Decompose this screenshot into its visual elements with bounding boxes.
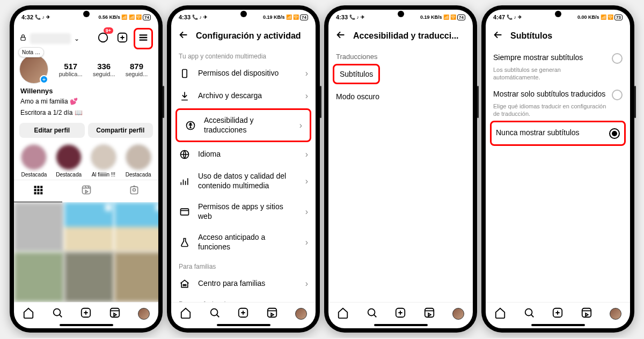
- tab-tagged[interactable]: [110, 180, 158, 202]
- back-icon[interactable]: [492, 29, 504, 43]
- bottom-nav: [171, 302, 316, 323]
- nav-profile-icon[interactable]: [452, 308, 464, 320]
- nav-search-icon[interactable]: [523, 307, 535, 321]
- svg-rect-13: [131, 187, 138, 194]
- highlight-item[interactable]: Destacada: [122, 144, 154, 178]
- nav-create-icon[interactable]: [237, 307, 249, 321]
- chevron-right-icon: ›: [305, 238, 308, 247]
- page-title: Accesibilidad y traducci...: [353, 31, 466, 41]
- nav-home-icon[interactable]: [23, 307, 34, 321]
- svg-rect-22: [181, 209, 189, 215]
- highlight-item[interactable]: Destacada: [53, 144, 85, 178]
- option-never-show[interactable]: Nunca mostrar subtítulos: [492, 122, 624, 144]
- apps-icon: [179, 207, 191, 217]
- post-thumbnail[interactable]: [64, 252, 114, 302]
- nav-search-icon[interactable]: [209, 307, 221, 321]
- create-icon[interactable]: [114, 30, 130, 48]
- chevron-right-icon: ›: [299, 121, 302, 130]
- svg-point-1: [99, 33, 108, 42]
- row-language[interactable]: Idioma›: [171, 143, 316, 166]
- section-label: Tu app y contenido multimedia: [171, 47, 316, 62]
- accessibility-icon: [185, 120, 196, 131]
- radio-selected-icon[interactable]: [609, 128, 620, 139]
- row-apps-websites[interactable]: Permisos de apps y sitios web›: [171, 196, 316, 227]
- device-icon: [179, 68, 191, 79]
- option-translated-only[interactable]: Mostrar solo subtítulos traducidos Elige…: [486, 84, 630, 120]
- section-label: Para profesionales: [171, 295, 316, 302]
- note-bubble[interactable]: Nota …: [18, 47, 44, 57]
- status-time: 4:32: [21, 14, 33, 20]
- svg-rect-6: [34, 189, 36, 191]
- nav-create-icon[interactable]: [394, 307, 406, 321]
- edit-profile-button[interactable]: Editar perfil: [19, 123, 85, 138]
- row-device-permissions[interactable]: Permisos del dispositivo›: [171, 62, 316, 85]
- nav-profile-icon[interactable]: [138, 308, 150, 320]
- svg-point-15: [53, 309, 60, 316]
- display-name: Willennys: [14, 86, 158, 96]
- download-icon: [179, 91, 191, 101]
- nav-profile-icon[interactable]: [295, 308, 307, 320]
- post-thumbnail[interactable]: [114, 252, 158, 302]
- nav-search-icon[interactable]: [366, 307, 378, 321]
- row-early-access[interactable]: Acceso anticipado a funciones›: [171, 227, 316, 257]
- tab-reels[interactable]: [62, 180, 111, 202]
- highlight-item[interactable]: Al fiiiiiin !!!: [88, 144, 120, 178]
- notification-badge: 9+: [104, 27, 113, 34]
- nav-reels-icon[interactable]: [109, 307, 121, 321]
- post-thumbnail[interactable]: [14, 252, 64, 302]
- nav-profile-icon[interactable]: [610, 308, 621, 320]
- tab-grid[interactable]: [14, 180, 62, 202]
- post-thumbnail[interactable]: [114, 202, 158, 252]
- svg-rect-8: [40, 189, 42, 191]
- profile-avatar[interactable]: Nota … +: [19, 55, 50, 84]
- svg-rect-4: [37, 186, 39, 188]
- back-icon[interactable]: [335, 29, 347, 43]
- nav-create-icon[interactable]: [80, 307, 92, 321]
- highlight-item[interactable]: Destacada: [18, 144, 50, 178]
- username-dropdown[interactable]: [30, 33, 71, 44]
- row-subtitles[interactable]: Subtítulos: [334, 65, 378, 83]
- option-always-show[interactable]: Siempre mostrar subtítulos Los subtítulo…: [486, 47, 630, 84]
- page-title: Subtítulos: [510, 31, 624, 41]
- row-archive-download[interactable]: Archivo y descarga›: [171, 85, 316, 107]
- stat-following[interactable]: 879 seguid...: [126, 62, 148, 77]
- nav-create-icon[interactable]: [552, 307, 564, 321]
- bottom-nav: [486, 302, 630, 323]
- row-data-usage[interactable]: Uso de datos y calidad del contenido mul…: [171, 166, 316, 196]
- camera-cutout: [398, 11, 404, 17]
- row-dark-mode[interactable]: Modo oscuro: [328, 85, 473, 108]
- stat-posts[interactable]: 517 publica...: [59, 62, 83, 77]
- svg-rect-9: [34, 192, 36, 194]
- svg-point-30: [368, 309, 375, 316]
- threads-icon[interactable]: 9+: [95, 30, 111, 48]
- family-icon: [179, 278, 191, 289]
- camera-cutout: [555, 11, 561, 17]
- svg-rect-0: [21, 37, 25, 40]
- add-story-icon[interactable]: +: [40, 75, 48, 84]
- phone-accessibility: 4:33📞 ♪ ✈ 0.19 KB/s📶 🛜74 Accesibilidad y…: [324, 5, 477, 333]
- nav-home-icon[interactable]: [337, 307, 349, 321]
- nav-reels-icon[interactable]: [266, 307, 278, 321]
- chevron-right-icon: ›: [305, 150, 308, 159]
- nav-home-icon[interactable]: [180, 307, 192, 321]
- bottom-nav: [14, 302, 158, 323]
- svg-point-33: [525, 309, 532, 316]
- post-thumbnail[interactable]: [64, 202, 114, 252]
- row-family-center[interactable]: Centro para familias›: [171, 272, 316, 295]
- share-profile-button[interactable]: Compartir perfil: [88, 123, 153, 138]
- nav-reels-icon[interactable]: [423, 307, 435, 321]
- highlights-row[interactable]: Destacada Destacada Al fiiiiiin !!! Dest…: [14, 142, 158, 180]
- back-icon[interactable]: [178, 29, 189, 43]
- hamburger-menu-icon[interactable]: [134, 28, 153, 49]
- page-title: Configuración y actividad: [196, 31, 309, 41]
- radio-icon[interactable]: [612, 53, 623, 64]
- camera-cutout: [83, 11, 90, 17]
- stat-followers[interactable]: 336 seguid...: [93, 62, 115, 77]
- nav-home-icon[interactable]: [494, 307, 506, 321]
- nav-reels-icon[interactable]: [581, 307, 592, 321]
- radio-icon[interactable]: [612, 90, 623, 100]
- chevron-down-icon: ⌄: [74, 35, 79, 42]
- row-accessibility[interactable]: Accesibilidad y traducciones›: [177, 110, 310, 141]
- post-thumbnail[interactable]: [14, 202, 64, 252]
- nav-search-icon[interactable]: [52, 307, 63, 321]
